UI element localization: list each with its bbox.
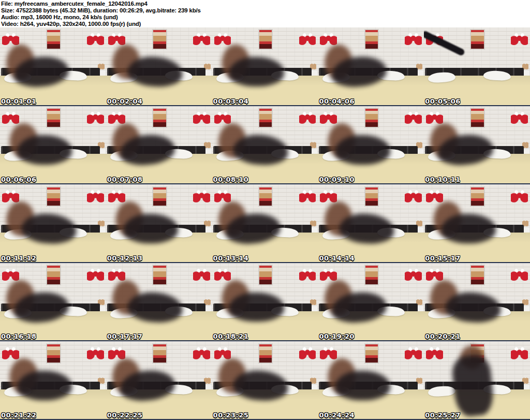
timestamp-overlay: 00:11:12 — [1, 254, 37, 262]
red-sconce-decoration-right — [511, 189, 528, 202]
subject-placeholder-body — [17, 135, 72, 165]
video-thumbnail: 00:19:20 — [318, 263, 424, 342]
red-sconce-decoration-left — [214, 32, 231, 45]
video-thumbnail: 00:18:21 — [212, 263, 318, 342]
wall-poster — [47, 108, 61, 127]
wall-poster — [365, 30, 379, 49]
wall-poster — [365, 265, 379, 284]
red-sconce-decoration-right — [299, 32, 316, 45]
subject-placeholder-body — [229, 293, 284, 322]
video-thumbnail: 00:04:06 — [318, 27, 424, 106]
red-sconce-decoration-left — [108, 268, 125, 281]
video-thumbnail: 00:17:17 — [106, 263, 212, 342]
video-thumbnail: 00:24:24 — [318, 341, 424, 420]
wall-poster — [365, 344, 379, 363]
red-sconce-decoration-right — [405, 111, 422, 124]
file-info-header: File: myfreecams_ambercutex_female_12042… — [0, 0, 530, 27]
timestamp-overlay: 00:16:18 — [1, 332, 37, 340]
video-thumbnail: 00:25:27 — [424, 341, 530, 420]
thumbnail-grid: 00:01:01 00:02:04 00:03:04 — [0, 27, 530, 420]
red-sconce-decoration-left — [426, 189, 443, 202]
red-sconce-decoration-left — [426, 268, 443, 281]
red-sconce-decoration-left — [2, 268, 19, 281]
red-sconce-decoration-right — [511, 346, 528, 359]
timestamp-overlay: 00:19:20 — [319, 332, 355, 340]
subject-placeholder-body — [335, 371, 390, 400]
timestamp-overlay: 00:07:08 — [107, 176, 143, 183]
red-sconce-decoration-right — [511, 32, 528, 45]
red-sconce-decoration-right — [511, 111, 528, 124]
timestamp-overlay: 00:14:14 — [319, 254, 355, 262]
timestamp-overlay: 00:02:04 — [107, 97, 143, 105]
video-thumbnail: 00:16:18 — [0, 263, 106, 342]
video-thumbnail: 00:10:11 — [424, 106, 530, 185]
wall-poster — [153, 30, 167, 49]
red-sconce-decoration-right — [299, 111, 316, 124]
video-thumbnail: 00:14:14 — [318, 184, 424, 263]
wall-poster — [47, 30, 61, 49]
red-sconce-decoration-right — [193, 111, 210, 124]
timestamp-overlay: 00:15:17 — [425, 254, 461, 262]
red-sconce-decoration-right — [87, 346, 104, 359]
video-thumbnail: 00:02:04 — [106, 27, 212, 106]
red-sconce-decoration-left — [108, 189, 125, 202]
red-sconce-decoration-right — [299, 268, 316, 281]
red-sconce-decoration-right — [87, 268, 104, 281]
timestamp-overlay: 00:04:06 — [319, 97, 355, 105]
timestamp-overlay: 00:17:17 — [107, 332, 143, 340]
wall-poster — [153, 344, 167, 363]
timestamp-overlay: 00:23:25 — [213, 411, 249, 419]
red-sconce-decoration-left — [426, 346, 443, 359]
red-sconce-decoration-left — [214, 111, 231, 124]
wall-poster — [470, 30, 484, 49]
red-sconce-decoration-right — [193, 189, 210, 202]
wall-poster — [470, 187, 484, 206]
red-sconce-decoration-left — [214, 189, 231, 202]
red-sconce-decoration-right — [299, 189, 316, 202]
video-thumbnail: 00:09:10 — [318, 106, 424, 185]
red-sconce-decoration-left — [108, 32, 125, 45]
timestamp-overlay: 00:22:25 — [107, 411, 143, 419]
red-sconce-decoration-right — [405, 268, 422, 281]
red-sconce-decoration-left — [320, 346, 337, 359]
timestamp-overlay: 00:18:21 — [213, 332, 249, 340]
wall-poster — [259, 30, 273, 49]
timestamp-overlay: 00:06:06 — [1, 176, 37, 183]
timestamp-overlay: 00:05:06 — [425, 97, 461, 105]
timestamp-overlay: 00:25:27 — [425, 411, 461, 419]
red-sconce-decoration-right — [405, 346, 422, 359]
timestamp-overlay: 00:20:21 — [425, 332, 461, 340]
audio-info-line: Audio: mp3, 16000 Hz, mono, 24 kb/s (und… — [1, 14, 530, 21]
red-sconce-decoration-right — [87, 111, 104, 124]
size-duration-bitrate-line: Size: 47522388 bytes (45.32 MiB), durati… — [1, 7, 530, 14]
timestamp-overlay: 00:10:11 — [425, 176, 461, 183]
timestamp-overlay: 00:13:14 — [213, 254, 249, 262]
red-sconce-decoration-left — [2, 189, 19, 202]
wall-poster — [47, 344, 61, 363]
timestamp-overlay: 00:01:01 — [1, 97, 37, 105]
video-thumbnail: 00:12:13 — [106, 184, 212, 263]
video-thumbnail: 00:03:04 — [212, 27, 318, 106]
video-thumbnail: 00:06:06 — [0, 106, 106, 185]
subject-placeholder-body — [17, 371, 72, 400]
wall-poster — [259, 265, 273, 284]
red-sconce-decoration-left — [320, 32, 337, 45]
wall-poster — [47, 187, 61, 206]
wall-poster — [47, 265, 61, 284]
red-sconce-decoration-left — [2, 346, 19, 359]
red-sconce-decoration-left — [108, 346, 125, 359]
timestamp-overlay: 00:21:22 — [1, 411, 37, 419]
red-sconce-decoration-right — [405, 189, 422, 202]
video-thumbnail: 00:15:17 — [424, 184, 530, 263]
timestamp-overlay: 00:09:10 — [319, 176, 355, 183]
wall-poster — [365, 108, 379, 127]
red-sconce-decoration-left — [2, 32, 19, 45]
red-sconce-decoration-right — [193, 32, 210, 45]
red-sconce-decoration-right — [87, 189, 104, 202]
video-thumbnail: 00:22:25 — [106, 341, 212, 420]
red-sconce-decoration-right — [299, 346, 316, 359]
wall-poster — [259, 108, 273, 127]
timestamp-overlay: 00:03:04 — [213, 97, 249, 105]
timestamp-overlay: 00:08:10 — [213, 176, 249, 183]
file-line: File: myfreecams_ambercutex_female_12042… — [1, 1, 530, 7]
